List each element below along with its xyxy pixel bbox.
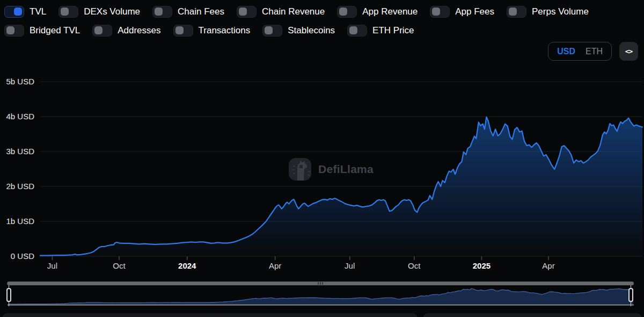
metric-toggle-label: App Fees [455,6,494,17]
minimap-area-fill [9,289,633,304]
metric-toggle-addresses[interactable]: Addresses [92,25,160,37]
metric-filter-row-2: Bridged TVLAddressesTransactionsStableco… [4,23,640,39]
toggle-knob [349,26,357,34]
toggle-knob [175,26,184,34]
metric-toggle-eth-price[interactable]: ETH Price [347,25,414,37]
y-axis-label: 4b USD [6,112,34,121]
embed-code-button[interactable]: <> [619,42,638,61]
bottom-right-card[interactable] [423,313,642,317]
toggle-switch[interactable] [262,25,282,37]
toggle-switch[interactable] [4,25,24,37]
x-axis-label: Apr [269,261,281,270]
toggle-knob [265,26,273,34]
toggle-knob [61,8,69,16]
y-axis-label: 1b USD [6,217,34,226]
chart-controls: USD ETH <> [548,42,638,61]
currency-option-eth[interactable]: ETH [586,47,603,56]
metric-toggle-tvl[interactable]: TVL [4,6,46,18]
toggle-knob [339,8,347,16]
metric-toggle-transactions[interactable]: Transactions [173,25,251,37]
x-axis-label: Jul [47,261,57,270]
brush-handle-left[interactable] [6,288,11,302]
toggle-knob [239,8,247,16]
datazoom-scrollbar[interactable] [7,282,634,285]
metric-toggle-label: Bridged TVL [30,25,80,36]
metric-toggle-app-revenue[interactable]: App Revenue [337,6,418,18]
toggle-switch[interactable] [4,6,24,18]
metric-toggle-perps-volume[interactable]: Perps Volume [507,6,589,18]
metric-toggle-label: Chain Fees [178,6,224,17]
metric-filter-row-1: TVLDEXs VolumeChain FeesChain RevenueApp… [4,4,640,20]
metric-toggle-label: Transactions [199,25,251,36]
toggle-knob [155,8,163,16]
metric-toggle-label: Addresses [118,25,160,36]
toggle-switch[interactable] [347,25,367,37]
toggle-knob [14,8,22,16]
tvl-chart-page: 5b USD4b USD3b USD2b USD1b USD0 USDJulOc… [0,0,644,317]
x-axis-label: 2025 [473,261,491,270]
metric-toggle-chain-fees[interactable]: Chain Fees [152,6,224,18]
metric-toggle-label: Chain Revenue [262,6,325,17]
toggle-switch[interactable] [92,25,112,37]
defillama-watermark: DefiLlama [288,157,374,181]
metric-toggle-label: App Revenue [362,6,418,17]
currency-toggle[interactable]: USD ETH [548,42,612,61]
metric-toggle-label: ETH Price [372,25,414,36]
metric-toggle-dexs-volume[interactable]: DEXs Volume [58,6,140,18]
code-brackets-icon: <> [625,47,633,55]
toggle-knob [509,8,517,16]
defillama-llama-logo-icon [288,157,312,181]
toggle-switch[interactable] [58,6,78,18]
toggle-switch[interactable] [173,25,193,37]
minimap-chart[interactable] [8,289,634,305]
x-axis-label: 2024 [178,261,196,270]
y-axis-label: 0 USD [11,251,34,261]
y-axis-label: 5b USD [6,77,34,86]
x-axis-label: Apr [542,261,554,270]
y-axis-label: 2b USD [6,182,34,191]
toggle-switch[interactable] [430,6,450,18]
metric-toggle-stablecoins[interactable]: Stablecoins [262,25,335,37]
currency-option-usd[interactable]: USD [557,47,575,56]
toggle-knob [94,26,103,34]
toggle-switch[interactable] [152,6,172,18]
x-axis-label: Oct [113,261,126,270]
metric-toggle-label: Stablecoins [288,25,335,36]
toggle-switch[interactable] [507,6,526,18]
x-axis-label: Jul [345,261,355,270]
brush-handle-right[interactable] [628,288,633,302]
metric-toggle-label: Perps Volume [532,6,589,17]
metric-toggle-bridged-tvl[interactable]: Bridged TVL [4,25,80,37]
watermark-label: DefiLlama [318,163,374,176]
toggle-switch[interactable] [237,6,257,18]
toggle-switch[interactable] [337,6,357,18]
metric-toggle-label: TVL [30,6,46,17]
x-axis-label: Oct [408,261,421,270]
metric-filters: TVLDEXs VolumeChain FeesChain RevenueApp… [4,4,640,41]
toggle-knob [432,8,440,16]
y-axis-label: 3b USD [6,147,34,156]
metric-toggle-label: DEXs Volume [84,6,140,17]
toggle-knob [6,26,14,34]
metric-toggle-chain-revenue[interactable]: Chain Revenue [237,6,325,18]
bottom-left-card[interactable] [2,313,418,317]
metric-toggle-app-fees[interactable]: App Fees [430,6,494,18]
